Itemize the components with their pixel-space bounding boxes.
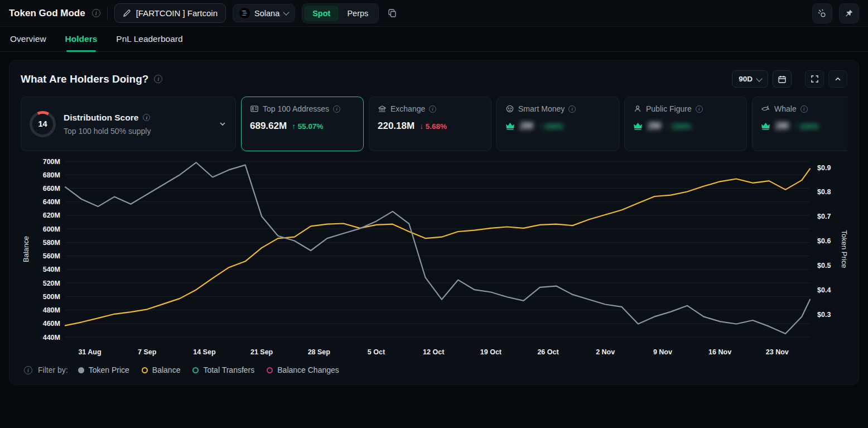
svg-text:2 Nov: 2 Nov — [596, 348, 615, 356]
info-icon[interactable] — [568, 105, 576, 113]
svg-text:460M: 460M — [43, 320, 60, 328]
svg-text:520M: 520M — [43, 280, 60, 287]
card-distribution-score[interactable]: 14 Distribution Score Top 100 hold 50% s… — [21, 97, 236, 151]
svg-text:700M: 700M — [43, 158, 60, 166]
holders-panel: What Are Holders Doing? 90D — [9, 60, 859, 385]
card-smart-money[interactable]: Smart Money 2M ↑ 100% — [496, 97, 619, 151]
tab-pnl-leaderboard[interactable]: PnL Leaderboard — [116, 27, 182, 51]
id-card-icon — [250, 104, 259, 113]
card-title: Whale — [774, 104, 797, 113]
filter-option-label: Token Price — [89, 366, 129, 374]
market-mode-toggle: Spot Perps — [302, 3, 379, 23]
card-top-100-addresses[interactable]: Top 100 Addresses 689.62M ↑ 55.07% — [241, 97, 364, 151]
svg-text:$0.3: $0.3 — [817, 311, 831, 319]
crown-icon — [505, 122, 515, 130]
calendar-icon — [778, 75, 787, 84]
svg-text:$0.7: $0.7 — [817, 213, 831, 220]
card-subtitle: Top 100 hold 50% supply — [64, 127, 210, 136]
range-value: 90D — [739, 75, 753, 83]
crown-icon — [633, 122, 643, 130]
info-icon[interactable] — [429, 105, 436, 113]
card-value-masked: 2M — [775, 121, 789, 132]
card-change: ↑ 55.07% — [292, 122, 323, 131]
chevron-down-icon — [283, 9, 290, 15]
filter-option-label: Balance Changes — [277, 366, 339, 374]
chevron-down-icon[interactable] — [218, 119, 227, 128]
distribution-score-gauge: 14 — [30, 111, 56, 137]
card-title: Distribution Score — [64, 113, 138, 123]
card-change-masked: ↑ 100% — [538, 122, 563, 131]
filter-balance[interactable]: Balance — [142, 366, 181, 374]
fullscreen-button[interactable] — [805, 70, 824, 88]
card-title: Exchange — [390, 104, 425, 113]
svg-text:580M: 580M — [43, 239, 60, 247]
card-value-masked: 2M — [520, 121, 533, 132]
panel-controls: 90D — [732, 70, 847, 88]
tab-overview[interactable]: Overview — [10, 27, 46, 51]
perps-tab[interactable]: Perps — [339, 6, 377, 21]
svg-text:23 Nov: 23 Nov — [766, 348, 789, 356]
chevron-down-icon — [756, 75, 762, 81]
card-public-figure[interactable]: Public Figure 2M ↑ 100% — [624, 97, 747, 151]
svg-text:26 Oct: 26 Oct — [537, 348, 559, 356]
section-tabs: Overview Holders PnL Leaderboard — [0, 27, 868, 52]
spot-tab[interactable]: Spot — [304, 6, 339, 21]
top-bar: Token God Mode [FARTCOIN ] Fartcoin Sola… — [0, 0, 868, 27]
chart-area: 700M680M660M640M620M600M580M560M540M520M… — [21, 156, 847, 362]
chart-filter-row: Filter by: Token Price Balance Total Tra… — [21, 362, 847, 379]
info-icon[interactable] — [143, 114, 150, 121]
app-title: Token God Mode — [9, 8, 85, 19]
svg-text:620M: 620M — [43, 211, 60, 219]
svg-text:19 Oct: 19 Oct — [480, 348, 502, 356]
meteor-icon — [817, 8, 827, 18]
svg-text:12 Oct: 12 Oct — [423, 348, 445, 356]
meteor-button[interactable] — [812, 3, 832, 23]
expand-icon — [811, 75, 819, 83]
filter-total-transfers[interactable]: Total Transfers — [192, 366, 254, 374]
token-selector[interactable]: [FARTCOIN ] Fartcoin — [114, 3, 226, 23]
svg-text:600M: 600M — [43, 225, 60, 233]
card-whale[interactable]: Whale 2M ↑ 100% — [752, 97, 847, 151]
svg-text:21 Sep: 21 Sep — [250, 348, 273, 356]
copy-button[interactable] — [385, 6, 399, 20]
calendar-button[interactable] — [773, 70, 792, 88]
filter-token-price[interactable]: Token Price — [78, 366, 129, 374]
info-icon[interactable] — [696, 105, 703, 113]
token-name: [FARTCOIN ] Fartcoin — [136, 8, 218, 18]
public-figure-icon — [633, 104, 642, 113]
svg-text:$0.8: $0.8 — [817, 188, 831, 196]
pin-button[interactable] — [839, 3, 859, 23]
balance-dot-icon — [142, 367, 148, 373]
card-value: 689.62M — [250, 121, 287, 132]
tab-holders[interactable]: Holders — [65, 27, 98, 51]
info-icon[interactable] — [24, 366, 32, 374]
range-selector[interactable]: 90D — [732, 70, 768, 88]
info-icon[interactable] — [801, 105, 808, 113]
svg-text:540M: 540M — [43, 266, 60, 273]
filter-balance-changes[interactable]: Balance Changes — [267, 366, 339, 374]
info-icon[interactable] — [333, 105, 340, 113]
edit-icon — [123, 9, 131, 17]
chevron-up-icon — [834, 75, 842, 83]
svg-text:16 Nov: 16 Nov — [708, 348, 731, 356]
svg-text:660M: 660M — [43, 185, 60, 193]
svg-text:7 Sep: 7 Sep — [138, 348, 157, 356]
svg-text:$0.4: $0.4 — [817, 286, 831, 294]
svg-text:480M: 480M — [43, 306, 60, 314]
card-value-masked: 2M — [648, 121, 661, 132]
chain-selector[interactable]: Solana — [233, 4, 295, 22]
chain-name: Solana — [254, 9, 279, 18]
info-icon[interactable] — [92, 9, 100, 17]
collapse-button[interactable] — [828, 70, 847, 88]
svg-text:$0.5: $0.5 — [817, 262, 831, 270]
token-price-dot-icon — [78, 367, 84, 373]
holders-chart[interactable]: 700M680M660M640M620M600M580M560M540M520M… — [21, 156, 848, 362]
card-change-masked: ↑ 100% — [666, 122, 691, 131]
card-title: Public Figure — [646, 104, 692, 113]
svg-text:Token Price: Token Price — [840, 230, 848, 268]
info-icon[interactable] — [154, 75, 162, 83]
card-exchange[interactable]: Exchange 220.18M ↓ 5.68% — [369, 97, 491, 151]
distribution-score-value: 14 — [32, 114, 53, 134]
svg-text:640M: 640M — [43, 198, 60, 206]
svg-text:500M: 500M — [43, 293, 60, 301]
